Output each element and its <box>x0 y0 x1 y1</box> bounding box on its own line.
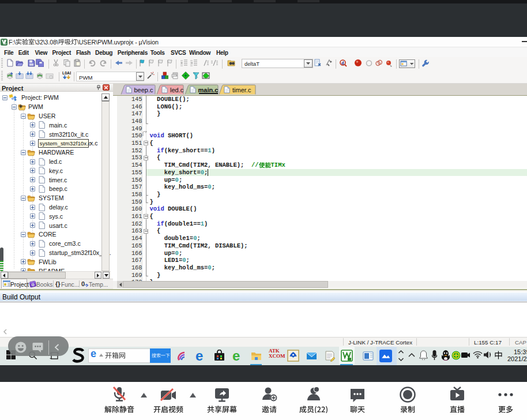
svg-text:d: d <box>341 61 344 66</box>
svg-text:L0AD: L0AD <box>62 71 71 75</box>
